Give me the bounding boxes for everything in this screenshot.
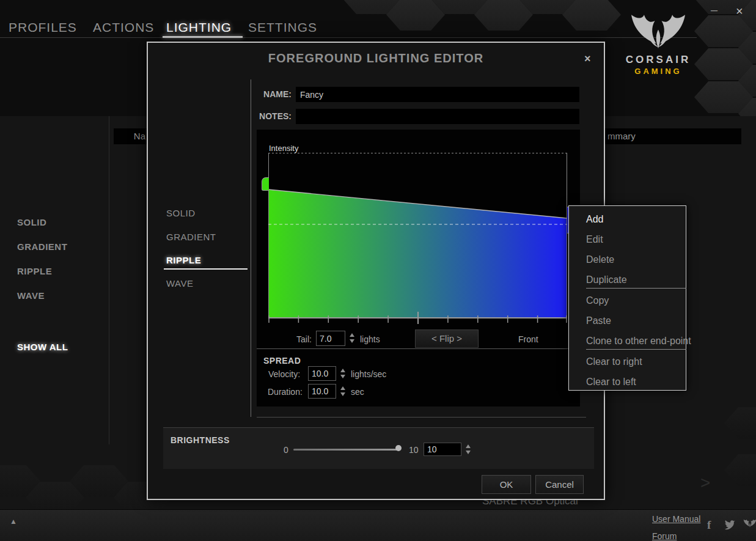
brightness-min-label: 0 xyxy=(284,445,288,455)
tail-stepper[interactable] xyxy=(350,333,354,343)
tab-profiles[interactable]: PROFILES xyxy=(9,20,77,35)
footer-bar: ▲ User Manual Forum f xyxy=(0,509,756,541)
sidebar-item-solid[interactable]: SOLID xyxy=(17,217,46,227)
brand-name: CORSAIR xyxy=(618,54,698,66)
spread-title: SPREAD xyxy=(263,356,301,366)
user-manual-link[interactable]: User Manual xyxy=(652,514,700,524)
sidebar-item-ripple[interactable]: RIPPLE xyxy=(17,266,52,276)
brightness-stepper[interactable] xyxy=(466,444,471,454)
intensity-plot[interactable] xyxy=(268,153,567,325)
duration-unit-label: sec xyxy=(351,387,364,397)
duration-input[interactable] xyxy=(308,384,336,399)
tab-settings[interactable]: SETTINGS xyxy=(248,20,317,35)
brightness-max-label: 10 xyxy=(409,445,419,455)
minimize-button[interactable]: – xyxy=(711,4,717,16)
flip-button[interactable]: < Flip > xyxy=(415,329,479,348)
intensity-gradient-area[interactable] xyxy=(268,190,567,318)
intensity-label: Intensity xyxy=(269,144,298,153)
active-tab-indicator xyxy=(163,36,243,38)
ok-button[interactable]: OK xyxy=(482,475,531,494)
editor-tab-wave[interactable]: WAVE xyxy=(166,278,194,289)
context-menu: Add Edit Delete Duplicate Copy Paste Clo… xyxy=(568,205,686,391)
brightness-input[interactable] xyxy=(424,443,461,456)
editor-tab-ripple[interactable]: RIPPLE xyxy=(166,255,201,265)
velocity-stepper[interactable] xyxy=(340,369,345,378)
brightness-slider-track[interactable] xyxy=(293,449,400,451)
tab-actions[interactable]: ACTIONS xyxy=(93,20,154,35)
nav-divider xyxy=(0,37,697,38)
corsair-wings-icon xyxy=(625,13,692,54)
menu-item-copy: Copy xyxy=(586,295,609,306)
sidebar-item-show-all[interactable]: SHOW ALL xyxy=(17,342,68,352)
duration-stepper[interactable] xyxy=(340,386,345,396)
next-page-chevron-icon[interactable]: > xyxy=(700,473,710,493)
name-input[interactable] xyxy=(296,87,579,102)
cancel-button[interactable]: Cancel xyxy=(535,475,584,494)
sidebar-divider xyxy=(109,116,109,444)
menu-item-delete: Delete xyxy=(586,254,614,265)
notes-label: NOTES: xyxy=(255,111,292,121)
menu-separator xyxy=(586,349,686,350)
gradient-start-handle[interactable] xyxy=(262,177,269,191)
menu-item-edit: Edit xyxy=(586,234,603,245)
dialog-title: FOREGROUND LIGHTING EDITOR xyxy=(148,51,604,65)
menu-item-add[interactable]: Add xyxy=(586,214,603,225)
brand-tagline: GAMING xyxy=(618,67,698,76)
dialog-divider xyxy=(251,79,251,417)
tab-lighting[interactable]: LIGHTING xyxy=(166,20,232,35)
tail-input[interactable] xyxy=(316,331,345,346)
panel-bottom-separator xyxy=(257,417,586,418)
forum-link[interactable]: Forum xyxy=(652,531,677,541)
facebook-icon[interactable]: f xyxy=(707,518,711,532)
close-button[interactable]: × xyxy=(736,5,743,17)
sidebar-item-wave[interactable]: WAVE xyxy=(17,290,45,301)
twitter-icon[interactable] xyxy=(724,520,736,532)
notes-input[interactable] xyxy=(296,109,579,124)
collapse-footer-icon[interactable]: ▲ xyxy=(10,517,17,526)
menu-item-clear-to-left: Clear to left xyxy=(586,377,636,388)
editor-tab-solid[interactable]: SOLID xyxy=(166,208,196,218)
tail-label: Tail: xyxy=(296,334,312,344)
menu-item-paste: Paste xyxy=(586,315,611,326)
tail-unit-label: lights xyxy=(360,334,380,344)
velocity-unit-label: lights/sec xyxy=(351,369,386,379)
corsair-social-icon[interactable] xyxy=(742,519,756,531)
dialog-close-icon[interactable]: × xyxy=(584,53,591,65)
app-window: PROFILES ACTIONS LIGHTING SETTINGS – × C… xyxy=(0,0,756,541)
menu-item-clone-to-other-end-point: Clone to other end-point xyxy=(586,336,691,347)
brightness-panel: BRIGHTNESS 0 10 xyxy=(163,427,594,469)
active-editor-tab-indicator xyxy=(164,268,248,270)
sidebar-item-gradient[interactable]: GRADIENT xyxy=(17,241,67,252)
velocity-input[interactable] xyxy=(308,366,336,381)
editor-tab-gradient[interactable]: GRADIENT xyxy=(166,232,216,242)
menu-item-duplicate: Duplicate xyxy=(586,274,627,285)
menu-separator xyxy=(586,288,686,289)
front-label: Front xyxy=(518,334,538,344)
menu-item-clear-to-right: Clear to right xyxy=(586,356,642,367)
corsair-logo: CORSAIR GAMING xyxy=(618,13,698,76)
foreground-lighting-editor-dialog: FOREGROUND LIGHTING EDITOR × NAME: NOTES… xyxy=(147,42,605,500)
name-label: NAME: xyxy=(255,89,292,99)
brightness-slider-handle[interactable] xyxy=(395,445,402,451)
editor-separator xyxy=(257,348,580,349)
column-header-name: Na xyxy=(114,128,147,144)
column-header-summary: mmary xyxy=(605,128,741,144)
brightness-title: BRIGHTNESS xyxy=(171,435,230,445)
duration-label: Duration: xyxy=(268,387,303,397)
velocity-label: Velocity: xyxy=(268,369,300,379)
